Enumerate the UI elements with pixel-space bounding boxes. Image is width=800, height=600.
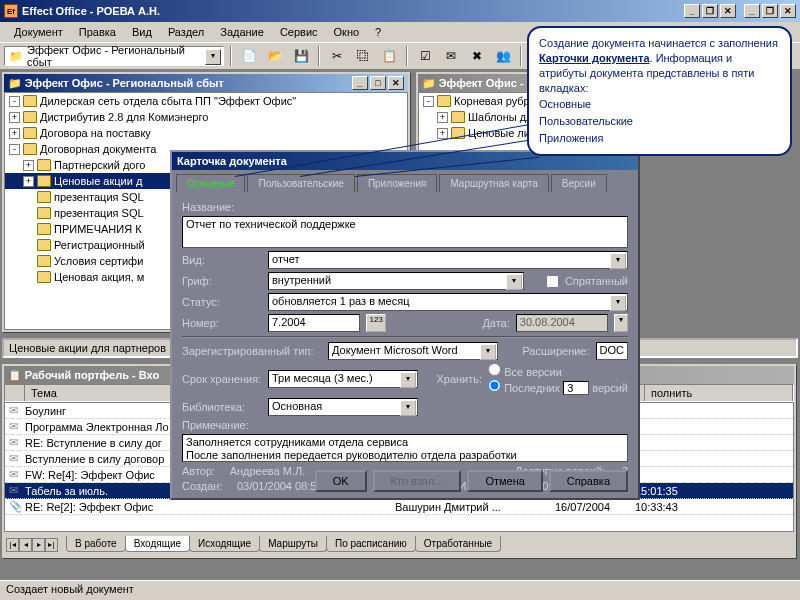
label-number: Номер:: [182, 317, 262, 329]
close-button[interactable]: ✕: [720, 4, 736, 18]
label-keep: Хранить:: [436, 373, 482, 385]
menu-edit[interactable]: Правка: [71, 24, 124, 40]
users-button[interactable]: 👥: [492, 45, 514, 67]
number-gen-button[interactable]: 123: [366, 314, 386, 332]
mail-row[interactable]: 📎RE: Re[2]: Эффект ОфисВашурин Дмитрий .…: [5, 499, 793, 515]
keep-n-input[interactable]: [563, 381, 589, 395]
open-button[interactable]: 📂: [264, 45, 286, 67]
label-created: Создан:: [182, 480, 222, 492]
label-status: Статус:: [182, 296, 262, 308]
ext-input[interactable]: DOC: [596, 342, 628, 360]
date-input[interactable]: 30.08.2004: [516, 314, 608, 332]
cut-button[interactable]: ✂: [326, 45, 348, 67]
app-icon: Ef: [4, 4, 18, 18]
number-input[interactable]: 7.2004: [268, 314, 360, 332]
app-titlebar: Ef Effect Office - РОЕВА А.Н. _ ❐ ✕ _ ❐ …: [0, 0, 800, 22]
label-name: Название:: [182, 201, 262, 213]
minimize-button[interactable]: _: [684, 4, 700, 18]
tree-item[interactable]: +Дистрибутив 2.8 для Комиэнерго: [5, 109, 407, 125]
lib-select[interactable]: Основная: [268, 398, 418, 416]
name-input[interactable]: Отчет по технической поддержке: [182, 216, 628, 248]
child-max-icon[interactable]: □: [370, 76, 386, 90]
mdi-minimize-button[interactable]: _: [744, 4, 760, 18]
tab-incoming[interactable]: Входящие: [125, 536, 190, 552]
who-button[interactable]: Кто взял...: [373, 470, 462, 492]
tab-outgoing[interactable]: Исходящие: [189, 536, 260, 552]
delete-button[interactable]: ✖: [466, 45, 488, 67]
app-title: Effect Office - РОЕВА А.Н.: [22, 5, 160, 17]
menu-help[interactable]: ?: [367, 24, 389, 40]
status-select[interactable]: обновляется 1 раз в месяц: [268, 293, 628, 311]
tab-nav-last[interactable]: ▸|: [45, 538, 58, 552]
label-note: Примечание:: [182, 419, 262, 431]
tab-versions[interactable]: Версии: [551, 174, 607, 192]
mdi-restore-button[interactable]: ❐: [762, 4, 778, 18]
date-picker-button[interactable]: ▾: [614, 314, 628, 332]
child-close-icon[interactable]: ✕: [388, 76, 404, 90]
menu-section[interactable]: Раздел: [160, 24, 212, 40]
label-author: Автор:: [182, 465, 215, 477]
label-vid: Вид:: [182, 254, 262, 266]
child-min-icon[interactable]: _: [352, 76, 368, 90]
document-card-dialog: Карточка документа Основные Пользователь…: [170, 150, 640, 500]
cancel-button[interactable]: Отмена: [467, 470, 542, 492]
ok-button[interactable]: OK: [315, 470, 367, 492]
status-bar: Создает новый документ: [0, 580, 800, 600]
callout-item-1: Основные: [539, 97, 780, 112]
tab-done[interactable]: Отработанные: [415, 536, 501, 552]
copy-button[interactable]: ⿻: [352, 45, 374, 67]
mail-button[interactable]: ✉: [440, 45, 462, 67]
regtype-select[interactable]: Документ Microsoft Word: [328, 342, 498, 360]
keep-last-radio[interactable]: Последних версий: [488, 379, 628, 395]
tree-item[interactable]: -Дилерская сеть отдела сбыта ПП "Эффект …: [5, 93, 407, 109]
storage-select[interactable]: Три месяца (3 мес.): [268, 370, 418, 388]
tab-nav-first[interactable]: |◂: [6, 538, 19, 552]
save-button[interactable]: 💾: [290, 45, 312, 67]
label-grif: Гриф:: [182, 275, 262, 287]
menu-document[interactable]: Документ: [6, 24, 71, 40]
label-regtype: Зарегистрированный тип:: [182, 345, 322, 357]
hidden-checkbox[interactable]: [546, 275, 559, 288]
label-hidden: Спрятанный: [565, 275, 628, 287]
tree-window-left-title[interactable]: 📁 Эффект Офис - Региональный сбыт _ □ ✕: [4, 74, 408, 92]
dialog-tabs: Основные Пользовательские Приложения Мар…: [172, 170, 638, 192]
help-callout: Создание документа начинается с заполнен…: [527, 26, 792, 156]
props-button[interactable]: ☑: [414, 45, 436, 67]
restore-button[interactable]: ❐: [702, 4, 718, 18]
section-combo[interactable]: 📁 Эффект Офис - Региональный сбыт: [4, 46, 224, 66]
callout-item-2: Пользовательские: [539, 114, 780, 129]
label-date: Дата:: [482, 317, 509, 329]
callout-item-3: Приложения: [539, 131, 780, 146]
dialog-body: Название: Отчет по технической поддержке…: [172, 192, 638, 501]
label-storage: Срок хранения:: [182, 373, 262, 385]
tab-schedule[interactable]: По расписанию: [326, 536, 416, 552]
keep-all-radio[interactable]: Все версии: [488, 363, 628, 378]
paste-button[interactable]: 📋: [378, 45, 400, 67]
vid-select[interactable]: отчет: [268, 251, 628, 269]
tab-inwork[interactable]: В работе: [66, 536, 126, 552]
mdi-close-button[interactable]: ✕: [780, 4, 796, 18]
grif-select[interactable]: внутренний: [268, 272, 524, 290]
tab-nav-next[interactable]: ▸: [32, 538, 45, 552]
new-doc-button[interactable]: 📄: [238, 45, 260, 67]
menu-service[interactable]: Сервис: [272, 24, 326, 40]
menu-window[interactable]: Окно: [326, 24, 368, 40]
tab-nav-prev[interactable]: ◂: [19, 538, 32, 552]
tab-route[interactable]: Маршрутная карта: [439, 174, 548, 192]
help-button[interactable]: Справка: [549, 470, 628, 492]
tab-attach[interactable]: Приложения: [357, 174, 438, 192]
menu-view[interactable]: Вид: [124, 24, 160, 40]
tab-routes[interactable]: Маршруты: [259, 536, 327, 552]
label-lib: Библиотека:: [182, 401, 262, 413]
note-input[interactable]: Заполняется сотрудниками отдела сервисаП…: [182, 434, 628, 462]
label-ext: Расширение:: [522, 345, 589, 357]
portfolio-tabs: |◂ ◂ ▸ ▸| В работе Входящие Исходящие Ма…: [4, 532, 794, 552]
menu-task[interactable]: Задание: [212, 24, 272, 40]
tree-item[interactable]: +Договора на поставку: [5, 125, 407, 141]
